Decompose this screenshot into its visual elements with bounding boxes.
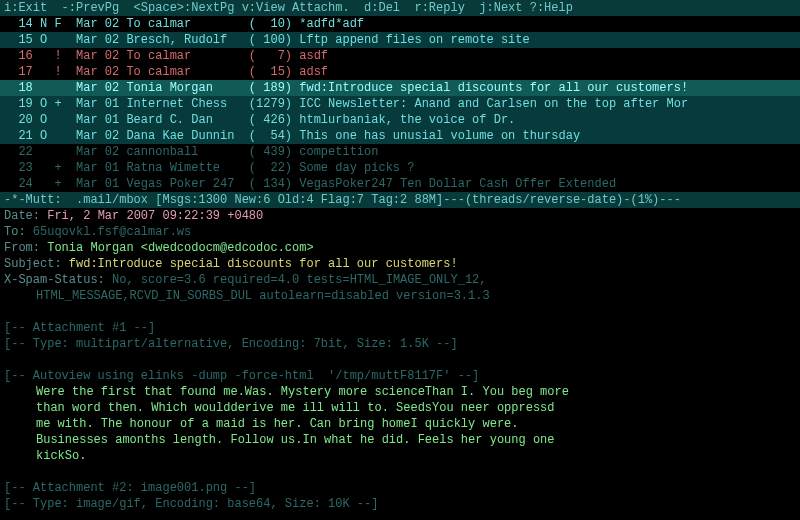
index-row[interactable]: 21 O Mar 02 Dana Kae Dunnin ( 54) This o…	[0, 128, 800, 144]
blank	[0, 352, 800, 368]
body-text: me with. The honour of a maid is her. Ca…	[0, 416, 800, 432]
index-row[interactable]: 22 Mar 02 cannonball ( 439) competition	[0, 144, 800, 160]
message-index[interactable]: 14 N F Mar 02 To calmar ( 10) *adfd*adf …	[0, 16, 800, 192]
autoview-line: [-- Autoview using elinks -dump -force-h…	[0, 368, 800, 384]
index-row[interactable]: 15 O Mar 02 Bresch, Rudolf ( 100) Lftp a…	[0, 32, 800, 48]
index-row[interactable]: 20 O Mar 01 Beard C. Dan ( 426) htmlurba…	[0, 112, 800, 128]
attachment-2-type: [-- Type: image/gif, Encoding: base64, S…	[0, 496, 800, 512]
header-subject: Subject: fwd:Introduce special discounts…	[0, 256, 800, 272]
attachment-2-header: [-- Attachment #2: image001.png --]	[0, 480, 800, 496]
help-bar: i:Exit -:PrevPg <Space>:NextPg v:View At…	[0, 0, 800, 16]
attachment-1-type: [-- Type: multipart/alternative, Encodin…	[0, 336, 800, 352]
index-row[interactable]: 18 Mar 02 Tonia Morgan ( 189) fwd:Introd…	[0, 80, 800, 96]
index-row[interactable]: 19 O + Mar 01 Internet Chess (1279) ICC …	[0, 96, 800, 112]
index-status-bar: -*-Mutt: .mail/mbox [Msgs:1300 New:6 Old…	[0, 192, 800, 208]
body-text: Were the first that found me.Was. Myster…	[0, 384, 800, 400]
header-spam1: X-Spam-Status: No, score=3.6 required=4.…	[0, 272, 800, 288]
header-from: From: Tonia Morgan <dwedcodocm@edcodoc.c…	[0, 240, 800, 256]
header-spam2: HTML_MESSAGE,RCVD_IN_SORBS_DUL autolearn…	[0, 288, 800, 304]
body-text: Businesses amonths length. Follow us.In …	[0, 432, 800, 448]
blank	[0, 304, 800, 320]
body-text: than word then. Which wouldderive me ill…	[0, 400, 800, 416]
attachment-1-header: [-- Attachment #1 --]	[0, 320, 800, 336]
header-to: To: 65uqovkl.fsf@calmar.ws	[0, 224, 800, 240]
index-row[interactable]: 16 ! Mar 02 To calmar ( 7) asdf	[0, 48, 800, 64]
blank	[0, 464, 800, 480]
index-row[interactable]: 23 + Mar 01 Ratna Wimette ( 22) Some day…	[0, 160, 800, 176]
blank	[0, 512, 800, 520]
index-row[interactable]: 24 + Mar 01 Vegas Poker 247 ( 134) Vegas…	[0, 176, 800, 192]
body-text: kickSo.	[0, 448, 800, 464]
header-date: Date: Fri, 2 Mar 2007 09:22:39 +0480	[0, 208, 800, 224]
index-row[interactable]: 17 ! Mar 02 To calmar ( 15) adsf	[0, 64, 800, 80]
index-row[interactable]: 14 N F Mar 02 To calmar ( 10) *adfd*adf	[0, 16, 800, 32]
